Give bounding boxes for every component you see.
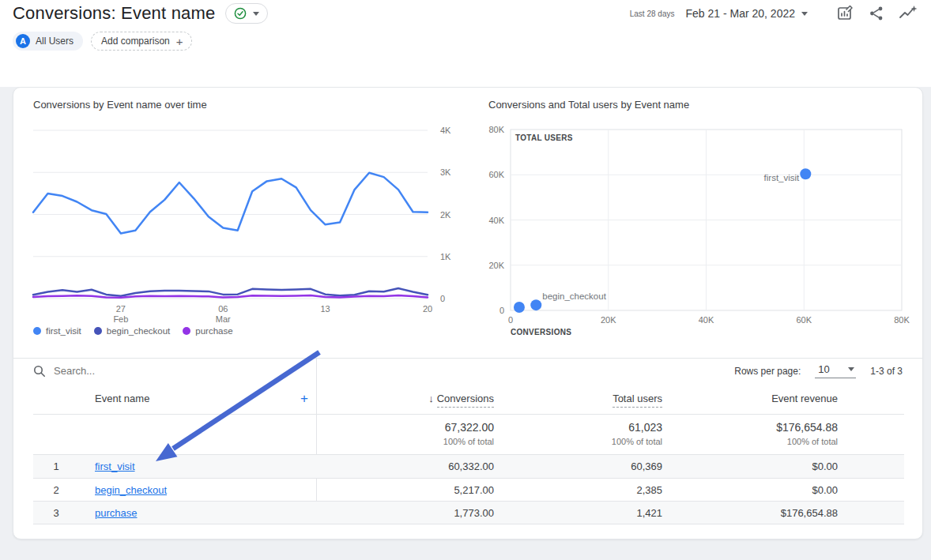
plus-icon: + — [176, 36, 183, 47]
event-link-first-visit[interactable]: first_visit — [95, 460, 135, 472]
svg-text:40K: 40K — [699, 315, 714, 325]
insights-button[interactable] — [898, 3, 918, 24]
cell-event-revenue: $0.00 — [662, 460, 838, 472]
line-chart: 4K3K2K1K027Feb06Mar1320 — [13, 111, 476, 344]
cell-total-users: 2,385 — [494, 484, 662, 496]
svg-text:CONVERSIONS: CONVERSIONS — [511, 328, 571, 336]
svg-text:Feb: Feb — [113, 314, 128, 324]
svg-text:TOTAL USERS: TOTAL USERS — [515, 133, 573, 142]
table-toolbar: Rows per page: 10 1-3 of 3 — [13, 358, 922, 383]
verified-check-icon — [234, 7, 247, 20]
events-table: Event name + ↓Conversions Total users Ev… — [33, 383, 904, 524]
svg-text:80K: 80K — [894, 315, 910, 325]
page-title: Conversions: Event name — [13, 3, 216, 24]
svg-text:27: 27 — [116, 304, 126, 314]
add-dimension-button[interactable]: + — [300, 392, 308, 405]
svg-text:80K: 80K — [488, 125, 504, 134]
totals-event-revenue: $176,654.88 — [662, 420, 838, 435]
chart-legend: first_visit begin_checkout purchase — [33, 326, 233, 336]
segment-chip-all-users[interactable]: A All Users — [13, 32, 83, 51]
table-row: 3 purchase 1,773.00 1,421 $176,654.88 — [33, 502, 904, 524]
chevron-down-icon — [848, 367, 854, 371]
legend-label: first_visit — [46, 326, 81, 336]
column-header-total-users[interactable]: Total users — [494, 393, 662, 404]
svg-text:1K: 1K — [440, 252, 451, 261]
column-header-event-revenue[interactable]: Event revenue — [662, 393, 838, 404]
pagination-range: 1-3 of 3 — [870, 366, 903, 377]
row-index: 1 — [33, 460, 79, 472]
svg-text:40K: 40K — [488, 216, 504, 225]
svg-text:0: 0 — [440, 294, 445, 303]
add-comparison-button[interactable]: Add comparison + — [91, 32, 191, 51]
svg-text:first_visit: first_visit — [764, 173, 801, 182]
table-row: 1 first_visit 60,332.00 60,369 $0.00 — [33, 455, 904, 479]
svg-text:60K: 60K — [488, 170, 504, 179]
cell-event-revenue: $0.00 — [662, 484, 838, 496]
totals-total-users: 61,023 — [494, 420, 662, 435]
sort-desc-icon: ↓ — [428, 393, 434, 404]
row-index: 2 — [33, 484, 79, 496]
table-row: 2 begin_checkout 5,217.00 2,385 $0.00 — [33, 479, 904, 502]
date-preset-label: Last 28 days — [630, 9, 675, 18]
conversion-verified-dropdown[interactable] — [225, 3, 268, 24]
date-range-picker[interactable]: Feb 21 - Mar 20, 2022 — [685, 7, 808, 20]
event-link-begin-checkout[interactable]: begin_checkout — [95, 484, 167, 496]
svg-text:0: 0 — [499, 306, 504, 315]
share-icon — [868, 5, 885, 22]
column-header-event-name[interactable]: Event name — [95, 393, 149, 404]
svg-text:begin_checkout: begin_checkout — [542, 291, 606, 301]
svg-text:2K: 2K — [440, 210, 451, 220]
search-input[interactable] — [54, 365, 251, 377]
svg-text:0: 0 — [508, 315, 513, 325]
legend-dot — [94, 327, 102, 335]
totals-pct: 100% of total — [316, 435, 494, 449]
share-button[interactable] — [866, 3, 887, 24]
insights-icon — [899, 5, 918, 22]
svg-text:20K: 20K — [601, 315, 616, 325]
cell-conversions: 1,773.00 — [316, 507, 494, 519]
rows-per-page-label: Rows per page: — [734, 366, 801, 377]
rows-per-page-value: 10 — [818, 363, 829, 375]
svg-text:Mar: Mar — [216, 314, 231, 324]
svg-text:20K: 20K — [488, 261, 504, 270]
table-totals-row: 67,322.00 100% of total 61,023 100% of t… — [33, 415, 904, 455]
column-header-conversions[interactable]: ↓Conversions — [316, 393, 494, 404]
chevron-down-icon — [801, 12, 808, 16]
scatter-chart-title: Conversions and Total users by Event nam… — [488, 99, 689, 111]
segment-chip-label: All Users — [36, 36, 74, 47]
svg-text:60K: 60K — [796, 315, 812, 325]
table-header-row: Event name + ↓Conversions Total users Ev… — [33, 383, 904, 415]
event-link-purchase[interactable]: purchase — [95, 507, 137, 519]
legend-item-first-visit: first_visit — [33, 326, 81, 336]
legend-item-begin-checkout: begin_checkout — [94, 326, 171, 336]
legend-label: purchase — [195, 326, 232, 336]
totals-pct: 100% of total — [662, 435, 838, 449]
row-index: 3 — [33, 507, 79, 519]
svg-text:20: 20 — [423, 304, 432, 314]
svg-text:3K: 3K — [440, 167, 451, 177]
date-range-text: Feb 21 - Mar 20, 2022 — [685, 7, 795, 20]
line-chart-title: Conversions by Event name over time — [33, 99, 207, 111]
legend-label: begin_checkout — [107, 326, 171, 336]
legend-dot — [33, 327, 41, 335]
svg-text:13: 13 — [321, 304, 330, 314]
report-card: Conversions by Event name over time Conv… — [13, 87, 923, 539]
svg-text:4K: 4K — [440, 126, 451, 135]
cell-event-revenue: $176,654.88 — [662, 507, 838, 519]
customize-report-button[interactable] — [835, 3, 855, 24]
report-header: Conversions: Event name Last 28 days Feb… — [0, 0, 931, 87]
cell-total-users: 60,369 — [494, 460, 662, 472]
cell-conversions: 5,217.00 — [316, 484, 494, 496]
search-icon — [33, 365, 46, 378]
chevron-down-icon — [253, 12, 259, 16]
cell-total-users: 1,421 — [494, 507, 662, 519]
scatter-chart: 80K60K40K20K0020K40K60K80KTOTAL USERSCON… — [476, 111, 924, 344]
svg-text:06: 06 — [218, 304, 228, 314]
rows-per-page-select[interactable]: 10 — [815, 363, 856, 378]
legend-item-purchase: purchase — [183, 326, 232, 336]
search-box — [33, 365, 251, 378]
cell-conversions: 60,332.00 — [316, 460, 494, 472]
legend-dot — [183, 327, 190, 335]
add-comparison-label: Add comparison — [101, 36, 170, 47]
totals-pct: 100% of total — [494, 435, 662, 449]
